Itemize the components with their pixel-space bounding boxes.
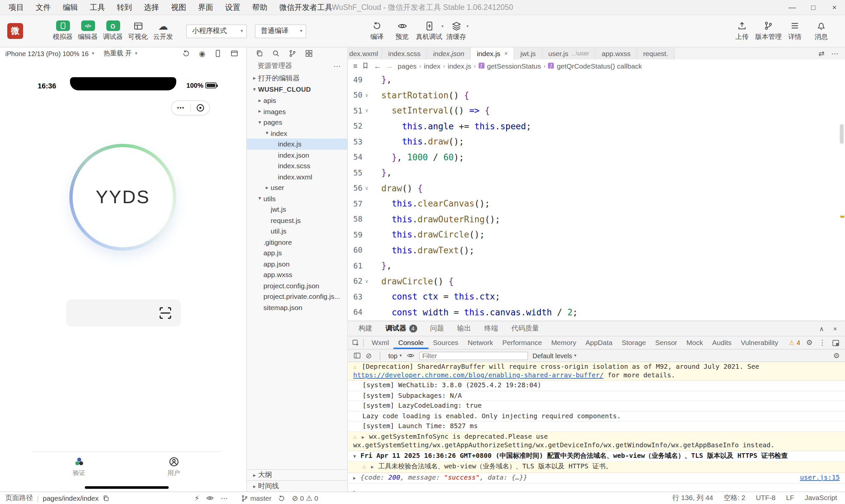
dock-side-icon[interactable] [832, 339, 840, 347]
fold-icon[interactable]: ∨ [363, 185, 371, 191]
breadcrumb-item-getQrCodeStatus() callback[interactable]: getQrCodeStatus() callback [557, 62, 642, 70]
menu-item-转到[interactable]: 转到 [111, 0, 138, 15]
cursor-position[interactable]: 行 136, 列 44 [672, 493, 713, 503]
copy-path-icon[interactable] [103, 494, 110, 502]
outline-list-icon[interactable]: ≡ [353, 62, 357, 70]
tree-item-.gitignore[interactable]: .gitignore [247, 236, 347, 247]
tree-item-index.json[interactable]: index.json [247, 149, 347, 160]
devtools-settings-icon[interactable]: ⚙ [806, 339, 813, 346]
tab-user[interactable]: 用户 [126, 452, 221, 489]
editor-toggle-button[interactable]: </> 编辑器 [75, 20, 100, 41]
device-selector[interactable]: iPhone 12/13 (Pro) 100% 16 [5, 50, 88, 57]
compare-icon[interactable]: ⇄ [818, 49, 825, 58]
editor-tab-jwt.js[interactable]: jwt.js [514, 48, 542, 59]
mode-select[interactable]: 小程序模式▾ [186, 24, 247, 38]
workspace-root[interactable]: ▾ WUSHF_CLOUD [247, 84, 347, 95]
code-line-52[interactable]: 52 this.angle += this.speed; [348, 119, 845, 134]
tree-item-app.js[interactable]: app.js [247, 247, 347, 258]
debugger-toggle-button[interactable]: 调试器 [100, 20, 125, 41]
panel-tab-代码质量[interactable]: 代码质量 [505, 321, 546, 336]
editor-tab-index.js[interactable]: index.js× [471, 48, 515, 59]
console-filter-input[interactable] [419, 351, 528, 360]
menu-item-工具[interactable]: 工具 [84, 0, 111, 15]
window-mode-icon[interactable] [230, 50, 238, 57]
files-icon[interactable] [256, 50, 263, 57]
source-location-link[interactable]: user.js:15 [800, 473, 840, 482]
record-icon[interactable]: ◉ [199, 50, 205, 57]
devtools-tab-Sensor[interactable]: Sensor [651, 337, 682, 349]
tree-item-jwt.js[interactable]: jwt.js [247, 204, 347, 215]
source-control-icon[interactable] [288, 50, 296, 57]
editor-tab-index.scss[interactable]: index.scss [382, 48, 427, 59]
extensions-grid-icon[interactable] [305, 50, 313, 57]
tree-item-index[interactable]: ▾index [247, 128, 347, 139]
watch-eye-icon[interactable] [206, 494, 214, 502]
more-tools-icon[interactable]: ⋯ [221, 494, 228, 502]
eol-setting[interactable]: LF [786, 493, 794, 503]
code-line-55[interactable]: 55 }, [348, 165, 845, 180]
search-icon[interactable] [272, 50, 280, 57]
tree-item-project.config.json[interactable]: project.config.json [247, 280, 347, 291]
console-prompt[interactable]: > [348, 484, 845, 491]
visualizer-button[interactable]: 可视化 [125, 20, 151, 41]
devtools-tab-Performance[interactable]: Performance [498, 337, 547, 349]
compile-mode-select[interactable]: 普通编译▾ [255, 24, 306, 38]
hot-reload-toggle[interactable]: 热重载 开 [103, 49, 132, 58]
sync-icon[interactable] [278, 494, 285, 502]
tab-verify[interactable]: 验证 [32, 452, 126, 489]
editor-tab-user.js[interactable]: user.js...\user [542, 48, 596, 59]
clear-cache-dropdown-icon[interactable]: ▾ [466, 24, 469, 29]
devtools-tab-Audits[interactable]: Audits [708, 337, 736, 349]
panel-tab-输出[interactable]: 输出 [451, 321, 478, 336]
messages-button[interactable]: 消息 [808, 20, 834, 41]
nav-forward-icon[interactable]: → [386, 62, 393, 70]
code-line-58[interactable]: 58 this.drawOuterRing(); [348, 212, 845, 227]
simulator-toggle-button[interactable]: 模拟器 [50, 20, 75, 41]
rotate-icon[interactable] [182, 50, 191, 57]
devtools-tab-Network[interactable]: Network [463, 337, 498, 349]
close-tab-icon[interactable]: × [504, 50, 508, 57]
code-editor[interactable]: 49 },50∨ startRotation() {51∨ setInterva… [348, 72, 845, 321]
expander-closed-icon[interactable]: ▶ [353, 474, 360, 482]
details-button[interactable]: 详情 [781, 20, 808, 41]
maximize-button[interactable]: □ [803, 0, 824, 15]
panel-tab-问题[interactable]: 问题 [423, 321, 451, 336]
devtools-tab-Storage[interactable]: Storage [617, 337, 651, 349]
indentation-setting[interactable]: 空格: 2 [724, 493, 745, 503]
breadcrumb-item-index.js[interactable]: index.js [447, 62, 471, 70]
tree-item-app.json[interactable]: app.json [247, 258, 347, 269]
menu-item-选择[interactable]: 选择 [138, 0, 165, 15]
menu-item-帮助[interactable]: 帮助 [246, 0, 273, 15]
collapse-panel-icon[interactable]: ∧ [819, 325, 824, 332]
panel-tab-调试器[interactable]: 调试器4 [379, 321, 423, 336]
devtools-tab-AppData[interactable]: AppData [581, 337, 617, 349]
device-debug-button[interactable]: ▾ 真机调试 [415, 20, 444, 41]
code-line-64[interactable]: 64 const width = this.canvas.width / 2; [348, 304, 845, 320]
panel-tab-终端[interactable]: 终端 [478, 321, 505, 336]
preview-button[interactable]: 预览 [389, 20, 415, 41]
performance-lightning-icon[interactable]: ⚡ [194, 494, 199, 502]
close-panel-icon[interactable]: × [833, 325, 837, 332]
breadcrumb-item-index[interactable]: index [424, 62, 440, 70]
tree-item-user[interactable]: ▸user [247, 182, 347, 193]
editor-tab-index.json[interactable]: index.json [427, 48, 471, 59]
git-branch-indicator[interactable]: master [241, 494, 271, 502]
outline-section[interactable]: ▸ 大纲 [247, 469, 347, 480]
menu-item-界面[interactable]: 界面 [192, 0, 219, 15]
compile-button[interactable]: 编译 [365, 20, 389, 41]
tree-item-index.wxml[interactable]: index.wxml [247, 171, 347, 182]
nav-back-icon[interactable]: ← [374, 62, 381, 70]
console-sidebar-icon[interactable] [353, 352, 361, 360]
tree-item-util.js[interactable]: util.js [247, 226, 347, 236]
tree-item-index.scss[interactable]: index.scss [247, 160, 347, 171]
warning-count-badge[interactable]: ⚠ 4 [789, 339, 800, 346]
menu-item-项目[interactable]: 项目 [3, 0, 30, 15]
code-line-49[interactable]: 49 }, [348, 72, 845, 87]
code-line-53[interactable]: 53 this.draw(); [348, 134, 845, 149]
problems-indicator[interactable]: ⊘ 0 ⚠ 0 [292, 494, 318, 502]
menu-item-微信开发者工具[interactable]: 微信开发者工具 [273, 0, 338, 15]
editor-scrollbar[interactable] [839, 72, 845, 321]
tree-item-utils[interactable]: ▾utils [247, 193, 347, 204]
version-control-button[interactable]: 版本管理 [755, 20, 781, 41]
editor-tab-request.[interactable]: request. [637, 48, 675, 59]
